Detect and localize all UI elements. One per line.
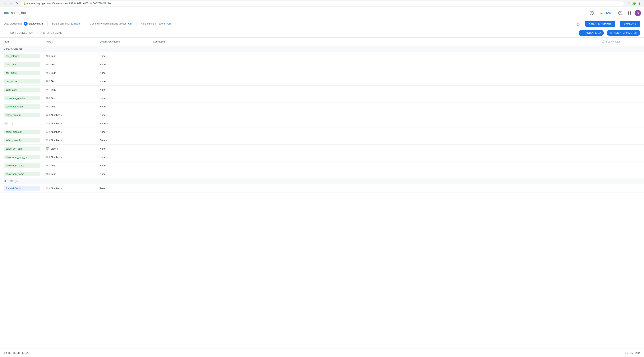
type-icon: 123 — [46, 187, 50, 190]
refresh-icon — [4, 352, 7, 355]
add-parameter-button[interactable]: ADD A PARAMETER — [607, 30, 640, 36]
row-menu-button[interactable]: ⋮ — [42, 172, 46, 176]
field-name[interactable]: card_type — [4, 87, 40, 92]
field-name[interactable]: Record Count — [4, 186, 40, 191]
create-report-button[interactable]: CREATE REPORT — [585, 21, 616, 27]
row-menu-button[interactable]: ⋮ — [42, 87, 46, 92]
aggregation-label: None — [100, 63, 106, 66]
address-bar[interactable]: 🔒 datastudio.google.com/u/0/datasources/… — [21, 1, 624, 6]
sub-divider: | — [37, 31, 38, 34]
type-dropdown[interactable]: ▾ — [61, 156, 62, 159]
type-dropdown[interactable]: ▾ — [61, 130, 62, 133]
apps-button[interactable] — [626, 9, 633, 17]
description-column-header[interactable]: Description ↓ — [153, 40, 602, 43]
aggregation-label: Auto — [100, 187, 105, 190]
aggregation-label: None — [100, 80, 106, 83]
field-sort-icon[interactable]: ↓ — [10, 40, 11, 43]
forward-button[interactable]: → — [8, 1, 13, 6]
aggregation-dropdown[interactable]: ▾ — [106, 130, 108, 133]
row-menu-button[interactable]: ⋮ — [42, 113, 46, 117]
aggregation-dropdown[interactable]: ▾ — [106, 156, 108, 159]
field-name[interactable]: sales_quantity — [4, 138, 40, 142]
refresh-fields-button[interactable]: REFRESH FIELDS — [4, 352, 29, 355]
aggregation-label: None — [100, 122, 106, 125]
field-name[interactable]: car_categry — [4, 54, 40, 58]
type-sort-icon[interactable]: ↓ — [52, 40, 53, 43]
field-name[interactable]: car_model — [4, 79, 40, 83]
field-name[interactable]: customer_state — [4, 104, 40, 109]
row-menu-button[interactable]: ⋮ — [10, 121, 14, 126]
row-menu-button[interactable]: ⋮ — [42, 163, 46, 168]
table-row: car_make⋮ABCTextNone — [0, 69, 644, 77]
type-label: Text — [51, 54, 56, 57]
search-input[interactable] — [606, 40, 633, 43]
type-dropdown[interactable]: ▾ — [57, 147, 58, 150]
field-name[interactable]: sales_txn_date — [4, 146, 40, 151]
field-name[interactable]: sales_discount — [4, 130, 40, 134]
extensions-button[interactable]: 🧩 — [632, 1, 636, 6]
field-name[interactable]: showroom_state — [4, 163, 40, 168]
row-menu-button[interactable]: ⋮ — [42, 96, 46, 100]
aggregation-column-header[interactable]: Default Aggregation ↓ — [100, 40, 153, 43]
edit-connection-link[interactable]: EDIT CONNECTION — [10, 31, 33, 34]
field-column-header[interactable]: Field ↓ — [4, 40, 46, 43]
desc-sort-icon[interactable]: ↓ — [166, 40, 167, 43]
add-field-button[interactable]: ADD A FIELD — [579, 30, 604, 36]
row-menu-button[interactable]: ⋮ — [42, 104, 46, 109]
field-name[interactable]: sales_amount — [4, 113, 40, 117]
row-menu-button[interactable]: ⋮ — [42, 130, 46, 134]
svg-point-20 — [602, 41, 604, 43]
agg-sort-icon[interactable]: ↓ — [120, 40, 122, 43]
row-menu-button[interactable]: ⋮ — [42, 79, 46, 84]
type-icon: 123 — [46, 139, 50, 142]
field-name[interactable]: car_make — [4, 71, 40, 75]
aggregation-dropdown[interactable]: ▾ — [106, 122, 108, 125]
row-menu-button[interactable]: ⋮ — [42, 186, 46, 191]
share-button[interactable]: Share — [597, 10, 615, 16]
data-freshness-value[interactable]: 12 hours — [71, 22, 80, 25]
type-dropdown[interactable]: ▾ — [61, 139, 62, 142]
row-menu-button[interactable]: ⋮ — [42, 71, 46, 75]
fx-badge: fx — [4, 122, 8, 125]
help-button[interactable] — [616, 9, 624, 17]
aggregation-label: None — [100, 88, 106, 91]
row-menu-button[interactable]: ⋮ — [42, 54, 46, 58]
explore-button[interactable]: EXPLORE — [620, 21, 640, 27]
back-button[interactable]: ← — [2, 1, 7, 6]
filter-by-email-link[interactable]: FILTER BY EMAIL — [42, 31, 62, 34]
type-dropdown[interactable]: ▾ — [61, 114, 62, 117]
footer: REFRESH FIELDS 16 / 16 Fields — [0, 349, 644, 357]
field-name[interactable]: showroon_name — [4, 172, 40, 176]
aggregation-label: None — [100, 71, 106, 74]
svg-rect-9 — [630, 11, 631, 12]
type-column-header[interactable]: Type ↓ — [46, 40, 100, 43]
svg-point-1 — [6, 12, 8, 14]
back-navigation[interactable] — [4, 31, 7, 35]
type-icon: 123 — [46, 122, 50, 125]
field-name[interactable]: showroom_emp_cnt — [4, 155, 40, 159]
row-menu-button[interactable]: ⋮ — [42, 138, 46, 143]
type-icon: ABC — [46, 63, 50, 66]
user-avatar[interactable]: S — [635, 10, 641, 16]
reload-button[interactable]: ⟳ — [14, 1, 19, 6]
history-button[interactable] — [588, 9, 596, 17]
aggregation-label: Sum — [100, 139, 105, 142]
info-bar: Data credentials: S Saurav Mitra Data fr… — [0, 19, 644, 28]
field-editing-value[interactable]: On — [167, 22, 170, 25]
bookmark-button[interactable]: ☆ — [626, 1, 631, 6]
aggregation-dropdown[interactable]: ▾ — [106, 114, 108, 117]
type-dropdown[interactable]: ▾ — [61, 187, 62, 190]
row-menu-button[interactable]: ⋮ — [42, 155, 46, 160]
row-menu-button[interactable]: ⋮ — [42, 146, 46, 151]
copy-button[interactable] — [574, 21, 581, 27]
type-dropdown[interactable]: ▾ — [61, 122, 62, 125]
sub-header: EDIT CONNECTION | FILTER BY EMAIL ADD A … — [0, 28, 644, 37]
row-menu-button[interactable]: ⋮ — [42, 62, 46, 67]
aggregation-dropdown[interactable]: ▾ — [106, 139, 107, 142]
aggregation-label: None — [100, 97, 106, 100]
aggregation-label: None — [100, 164, 106, 167]
community-value[interactable]: On — [128, 22, 132, 25]
field-name[interactable]: customer_gender — [4, 96, 40, 100]
field-name[interactable]: car_color — [4, 62, 40, 67]
menu-button[interactable]: ⋮ — [637, 1, 642, 6]
